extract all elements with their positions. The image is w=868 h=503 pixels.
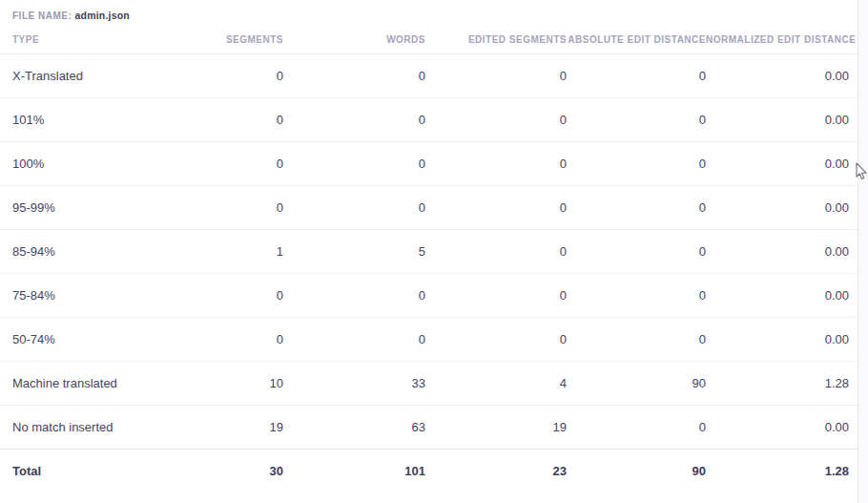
cell-absolute-edit-distance: 0 bbox=[567, 273, 706, 317]
cell-edited-segments: 0 bbox=[425, 273, 567, 317]
column-header-segments: SEGMENTS bbox=[200, 27, 283, 53]
cell-absolute-edit-distance: 0 bbox=[567, 405, 706, 449]
cell-normalized-edit-distance: 0.00 bbox=[706, 141, 858, 185]
cell-type: 50-74% bbox=[0, 317, 200, 361]
cell-edited-segments: 23 bbox=[425, 449, 567, 493]
cell-words: 0 bbox=[283, 141, 425, 185]
cell-type: Machine translated bbox=[0, 361, 200, 405]
cell-type: 100% bbox=[0, 141, 200, 185]
cell-words: 0 bbox=[283, 97, 425, 141]
table-row: X-Translated00000.00 bbox=[0, 53, 858, 97]
cell-segments: 0 bbox=[200, 141, 283, 185]
table-row: Machine translated10334901.28 bbox=[0, 361, 858, 405]
cell-words: 0 bbox=[283, 185, 425, 229]
table-row: 100%00000.00 bbox=[0, 141, 858, 185]
cell-absolute-edit-distance: 90 bbox=[567, 361, 706, 405]
table-row: 85-94%15000.00 bbox=[0, 229, 858, 273]
cell-type: Total bbox=[0, 449, 200, 493]
cell-normalized-edit-distance: 0.00 bbox=[706, 53, 858, 97]
cell-segments: 0 bbox=[200, 97, 283, 141]
table-row: 50-74%00000.00 bbox=[0, 317, 858, 361]
cell-absolute-edit-distance: 0 bbox=[567, 53, 706, 97]
cell-edited-segments: 19 bbox=[425, 405, 567, 449]
cell-segments: 0 bbox=[200, 53, 283, 97]
file-name-bar: FILE NAME: admin.json bbox=[0, 0, 858, 27]
cell-absolute-edit-distance: 0 bbox=[567, 229, 706, 273]
cell-type: 101% bbox=[0, 97, 200, 141]
cell-edited-segments: 0 bbox=[425, 141, 567, 185]
cell-segments: 0 bbox=[200, 185, 283, 229]
cell-words: 0 bbox=[283, 53, 425, 97]
column-header-edited-segments: EDITED SEGMENTS bbox=[425, 27, 567, 53]
statistics-page: FILE NAME: admin.json TYPE SEGMENTS WORD… bbox=[0, 0, 868, 503]
cell-absolute-edit-distance: 0 bbox=[567, 317, 706, 361]
cell-type: 85-94% bbox=[0, 229, 200, 273]
cell-segments: 19 bbox=[200, 405, 283, 449]
cell-normalized-edit-distance: 0.00 bbox=[706, 405, 858, 449]
table-row: 95-99%00000.00 bbox=[0, 185, 858, 229]
cell-words: 5 bbox=[283, 229, 425, 273]
column-header-type: TYPE bbox=[0, 27, 200, 53]
column-header-normalized-edit-distance: NORMALIZED EDIT DISTANCE bbox=[706, 27, 858, 53]
cell-edited-segments: 0 bbox=[425, 317, 567, 361]
cell-edited-segments: 0 bbox=[425, 97, 567, 141]
cell-absolute-edit-distance: 0 bbox=[567, 97, 706, 141]
column-header-words: WORDS bbox=[283, 27, 425, 53]
cell-segments: 10 bbox=[200, 361, 283, 405]
file-statistics-panel: FILE NAME: admin.json TYPE SEGMENTS WORD… bbox=[0, 0, 858, 503]
cell-normalized-edit-distance: 0.00 bbox=[706, 97, 858, 141]
table-row: No match inserted19631900.00 bbox=[0, 405, 858, 449]
cell-normalized-edit-distance: 0.00 bbox=[706, 273, 858, 317]
cell-words: 63 bbox=[283, 405, 425, 449]
column-header-absolute-edit-distance: ABSOLUTE EDIT DISTANCE bbox=[567, 27, 706, 53]
cell-type: 75-84% bbox=[0, 273, 200, 317]
cell-segments: 0 bbox=[200, 317, 283, 361]
statistics-table: TYPE SEGMENTS WORDS EDITED SEGMENTS ABSO… bbox=[0, 27, 858, 493]
cell-segments: 1 bbox=[200, 229, 283, 273]
cell-absolute-edit-distance: 90 bbox=[567, 449, 706, 493]
cell-normalized-edit-distance: 1.28 bbox=[706, 361, 858, 405]
file-name-value: admin.json bbox=[75, 10, 130, 21]
cell-type: 95-99% bbox=[0, 185, 200, 229]
cell-normalized-edit-distance: 0.00 bbox=[706, 229, 858, 273]
cell-segments: 30 bbox=[200, 449, 283, 493]
cell-type: No match inserted bbox=[0, 405, 200, 449]
cell-edited-segments: 0 bbox=[425, 229, 567, 273]
cell-absolute-edit-distance: 0 bbox=[567, 141, 706, 185]
cell-words: 33 bbox=[283, 361, 425, 405]
cell-edited-segments: 0 bbox=[425, 53, 567, 97]
cell-words: 0 bbox=[283, 273, 425, 317]
table-row: 75-84%00000.00 bbox=[0, 273, 858, 317]
cell-normalized-edit-distance: 0.00 bbox=[706, 185, 858, 229]
file-name-label: FILE NAME: bbox=[12, 10, 72, 21]
cell-words: 101 bbox=[283, 449, 425, 493]
cell-absolute-edit-distance: 0 bbox=[567, 185, 706, 229]
table-row: 101%00000.00 bbox=[0, 97, 858, 141]
cell-edited-segments: 4 bbox=[425, 361, 567, 405]
table-body: X-Translated00000.00101%00000.00100%0000… bbox=[0, 53, 858, 493]
cell-segments: 0 bbox=[200, 273, 283, 317]
cell-normalized-edit-distance: 1.28 bbox=[706, 449, 858, 493]
cell-words: 0 bbox=[283, 317, 425, 361]
table-total-row: Total3010123901.28 bbox=[0, 449, 858, 493]
cell-normalized-edit-distance: 0.00 bbox=[706, 317, 858, 361]
cell-type: X-Translated bbox=[0, 53, 200, 97]
table-header-row: TYPE SEGMENTS WORDS EDITED SEGMENTS ABSO… bbox=[0, 27, 858, 53]
cell-edited-segments: 0 bbox=[425, 185, 567, 229]
